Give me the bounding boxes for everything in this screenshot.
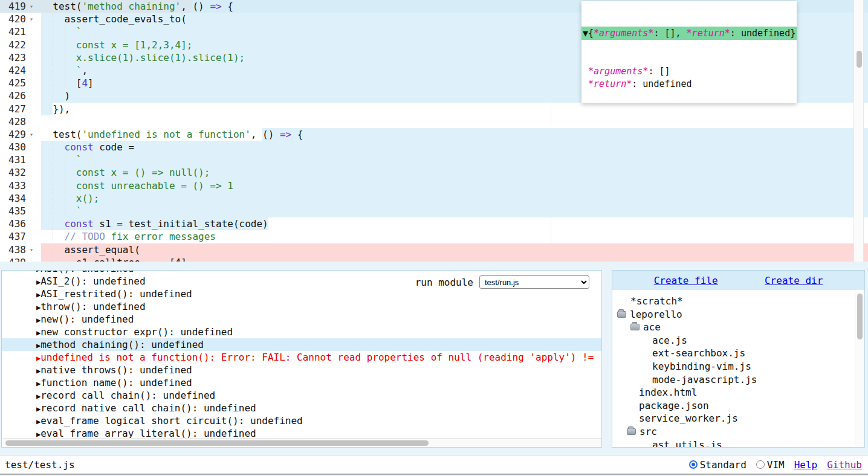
radio-vim-icon[interactable] — [756, 460, 765, 469]
fold-arrow-icon[interactable]: ▾ — [30, 243, 33, 256]
calltree-item[interactable]: ▶record native call chain(): undefined — [2, 402, 601, 414]
calltree-item[interactable]: ▶new constructor expr(): undefined — [2, 326, 601, 338]
current-file-path: test/test.js — [5, 459, 75, 471]
run-module-select[interactable]: test/run.js — [479, 275, 589, 289]
line-number[interactable]: 427 — [0, 103, 34, 115]
calltree-item[interactable]: ▶function name(): undefined — [2, 376, 601, 389]
github-link[interactable]: Github — [827, 459, 862, 471]
line-number[interactable]: 430 — [0, 141, 34, 153]
code-token: }), — [41, 103, 70, 115]
calltree-item[interactable]: ▶record call chain(): undefined — [2, 389, 601, 402]
line-number[interactable]: 422 — [0, 39, 34, 51]
line-number[interactable]: 426 — [0, 89, 34, 102]
line-number[interactable]: 429▾ — [0, 128, 34, 141]
editor-line[interactable]: 432 const x = () => null(); — [0, 166, 868, 179]
code-token — [41, 141, 65, 153]
value-inspector-row[interactable]: *return*: undefined — [581, 78, 797, 91]
calltree-item[interactable]: ▶eval_frame logical short circuit(): und… — [2, 414, 601, 427]
line-number[interactable]: 439 — [0, 256, 34, 262]
editor-vertical-scrollbar[interactable] — [853, 0, 864, 262]
editor-line[interactable]: 430 const code = — [0, 141, 868, 153]
calltree-item[interactable]: ▶undefined is not a function(): Error: F… — [2, 351, 601, 364]
line-number[interactable]: 438▾ — [0, 243, 34, 256]
tree-vertical-scrollbar[interactable] — [855, 291, 864, 448]
calltree-item[interactable]: ▶throw(): undefined — [2, 300, 601, 313]
line-number[interactable]: 420▾ — [0, 13, 34, 25]
editor-line[interactable]: 431 ` — [0, 153, 868, 166]
line-number[interactable]: 425 — [0, 77, 34, 89]
editor-line[interactable]: 434 x(); — [0, 192, 868, 205]
tree-file-row[interactable]: ext-searchbox.js — [612, 347, 864, 360]
tree-file-row[interactable]: ast_utils.js — [612, 439, 864, 448]
code-line-content: ` — [34, 205, 868, 217]
line-number[interactable]: 434 — [0, 192, 34, 205]
output-horizontal-scrollbar[interactable] — [2, 438, 601, 447]
tree-folder-row[interactable]: src — [612, 425, 864, 439]
create-file-link[interactable]: Create file — [654, 275, 718, 286]
editor-line[interactable]: 428 — [0, 115, 868, 128]
tree-scrollbar-thumb[interactable] — [857, 294, 863, 339]
editor-line[interactable]: 433 const unreachable = () => 1 — [0, 179, 868, 192]
line-number[interactable]: 428 — [0, 115, 34, 128]
tree-file-row[interactable]: service_worker.js — [612, 412, 864, 425]
radio-standard-icon[interactable] — [689, 460, 698, 469]
fold-arrow-icon[interactable]: ▾ — [30, 13, 33, 25]
fold-arrow-icon[interactable]: ▾ — [30, 128, 33, 141]
calltree-output-panel[interactable]: ▶ASI(): undefined▶ASI_2(): undefined▶ASI… — [1, 270, 602, 448]
editor-line[interactable]: 437 // TODO fix error messages — [0, 230, 868, 243]
calltree-item-label: ASI_restrited(): undefined — [40, 288, 192, 300]
output-scrollbar-thumb[interactable] — [5, 440, 429, 446]
code-token: assert_equal( — [41, 244, 140, 256]
code-text: `, — [41, 65, 88, 76]
code-token: *arguments* — [594, 28, 653, 39]
editor-line[interactable]: 436 const s1 = test_initial_state(code) — [0, 217, 868, 230]
line-number[interactable]: 419▾ — [0, 0, 34, 13]
run-module-label: run module — [415, 277, 473, 288]
folder-icon — [617, 311, 626, 318]
editor-line[interactable]: 439 s1.calltree ... [4] — [0, 256, 868, 262]
calltree-item[interactable]: ▶ASI_restrited(): undefined — [2, 288, 601, 300]
line-number[interactable]: 432 — [0, 166, 34, 179]
fold-arrow-icon[interactable]: ▾ — [30, 0, 33, 13]
line-number[interactable]: 437 — [0, 230, 34, 243]
tree-file-row[interactable]: index.html — [612, 386, 864, 399]
code-token: const — [65, 218, 94, 230]
editor-line[interactable]: 438▾ assert_equal( — [0, 243, 868, 256]
keybinding-vim-option[interactable]: VIM — [756, 459, 785, 471]
value-inspector-popup[interactable]: ▼{*arguments*: [], *return*: undefined} … — [581, 1, 797, 103]
execution-highlight — [41, 243, 868, 256]
tree-file-row[interactable]: keybinding-vim.js — [612, 360, 864, 373]
value-inspector-header[interactable]: ▼{*arguments*: [], *return*: undefined} — [581, 27, 797, 40]
keybinding-standard-option[interactable]: Standard — [689, 459, 747, 471]
tree-file-row[interactable]: ace.js — [612, 334, 864, 347]
code-token: s1.calltree ... [4] — [41, 257, 187, 262]
calltree-item[interactable]: ▶method chaining(): undefined — [2, 338, 601, 351]
calltree-item[interactable]: ▶ASI(): undefined — [2, 270, 601, 275]
code-token: => — [280, 129, 291, 140]
editor-line[interactable]: 429▾ test('undefined is not a function',… — [0, 128, 868, 141]
line-number[interactable]: 424 — [0, 64, 34, 77]
tree-folder-row[interactable]: ace — [612, 321, 864, 334]
tree-file-row[interactable]: package.json — [612, 399, 864, 413]
calltree-item[interactable]: ▶native throws(): undefined — [2, 364, 601, 376]
line-number[interactable]: 423 — [0, 51, 34, 64]
code-token — [41, 218, 65, 230]
line-number[interactable]: 433 — [0, 179, 34, 192]
help-link[interactable]: Help — [794, 459, 818, 471]
tree-folder-row[interactable]: leporello — [612, 308, 864, 321]
editor-line[interactable]: 435 ` — [0, 205, 868, 217]
calltree-item-label: eval_frame logical short circuit(): unde… — [40, 415, 302, 426]
line-number[interactable]: 421 — [0, 25, 34, 38]
line-number[interactable]: 435 — [0, 205, 34, 217]
line-number[interactable]: 431 — [0, 153, 34, 166]
create-dir-link[interactable]: Create dir — [765, 275, 823, 286]
tree-file-row[interactable]: *scratch* — [612, 295, 864, 308]
editor-scrollbar-thumb[interactable] — [857, 51, 862, 68]
calltree-item[interactable]: ▶new(): undefined — [2, 313, 601, 326]
line-number[interactable]: 436 — [0, 217, 34, 230]
calltree-item-label: new constructor expr(): undefined — [40, 326, 233, 338]
file-tree-panel: Create file Create dir *scratch*leporell… — [612, 270, 865, 448]
tree-file-row[interactable]: mode-javascript.js — [612, 373, 864, 387]
editor-line[interactable]: 427 }), — [0, 103, 868, 115]
value-inspector-row[interactable]: *arguments*: [] — [581, 65, 797, 78]
